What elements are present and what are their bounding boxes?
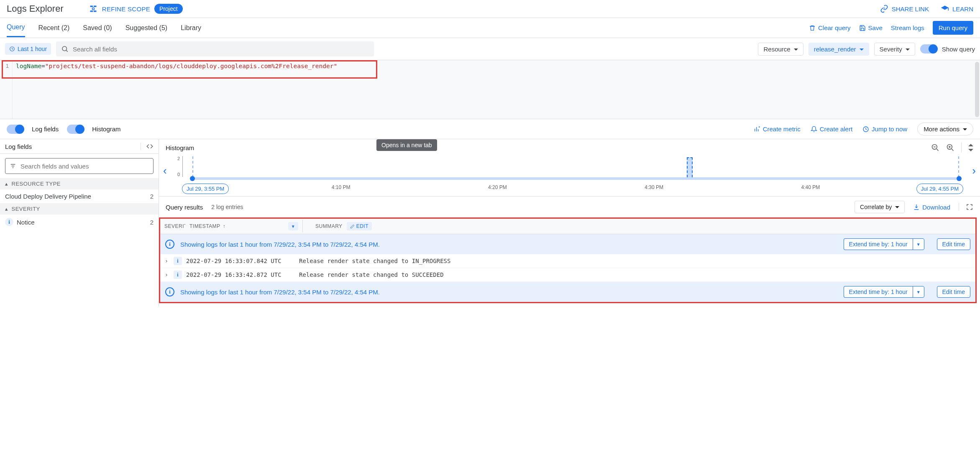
create-alert-button[interactable]: Create alert [811, 125, 852, 133]
resource-row-count: 2 [150, 193, 154, 200]
histogram-end-handle[interactable] [957, 176, 962, 181]
clear-query-button[interactable]: Clear query [809, 24, 851, 31]
show-query-toggle[interactable] [920, 44, 937, 54]
histogram-chart[interactable]: 20 ‹ › . 4:10 PM 4:20 PM 4:30 PM 4:40 PM… [159, 154, 980, 196]
severity-header-label: SEVERITY [12, 206, 40, 212]
extend-time-button[interactable]: Extend time by: 1 hour [844, 286, 913, 298]
learn-button[interactable]: LEARN [941, 5, 973, 13]
run-query-button[interactable]: Run query [933, 21, 973, 35]
extend-time-dropdown[interactable]: ▼ [913, 286, 924, 298]
jump-to-now-button[interactable]: Jump to now [862, 125, 907, 133]
logname-dropdown[interactable]: release_render [809, 43, 869, 56]
log-timestamp: 2022-07-29 16:33:07.842 UTC [186, 258, 295, 264]
info-icon: i [165, 240, 174, 249]
svg-point-2 [62, 46, 67, 51]
edit-time-button[interactable]: Edit time [937, 238, 970, 250]
time-range-chip[interactable]: Last 1 hour [5, 43, 51, 55]
expand-row-icon[interactable]: › [164, 271, 169, 278]
log-fields-toggle[interactable] [7, 125, 23, 134]
histogram-track[interactable] [192, 177, 959, 180]
resource-dropdown[interactable]: Resource [758, 43, 803, 56]
timestamp-options-icon[interactable]: ▼ [288, 222, 298, 230]
editor-scrollbar[interactable] [975, 62, 979, 117]
histogram-start-chip[interactable]: Jul 29, 3:55 PM [182, 184, 229, 194]
severity-dropdown[interactable]: Severity [874, 43, 915, 56]
query-editor[interactable]: 1 logName="projects/test-suspend-abandon… [0, 60, 980, 119]
histogram-start-handle[interactable] [190, 176, 195, 181]
histogram-prev-icon[interactable]: ‹ [163, 164, 167, 177]
fields-search-input[interactable] [20, 163, 149, 170]
stream-logs-button[interactable]: Stream logs [891, 24, 924, 31]
tab-query[interactable]: Query [7, 18, 25, 37]
mid-toolbar: Log fields Histogram Create metric Creat… [0, 119, 980, 139]
severity-row[interactable]: i Notice 2 [0, 215, 159, 230]
share-link-button[interactable]: SHARE LINK [880, 5, 929, 13]
edit-time-button[interactable]: Edit time [937, 286, 970, 298]
tab-saved[interactable]: Saved (0) [83, 19, 112, 37]
col-summary-label: SUMMARY [315, 223, 343, 229]
log-summary: Release render state changed to SUCCEEDE… [299, 271, 972, 278]
extend-time-dropdown[interactable]: ▼ [913, 238, 924, 250]
histogram-toggle[interactable] [67, 125, 84, 134]
tab-library[interactable]: Library [181, 19, 201, 37]
severity-badge: i [174, 257, 182, 265]
results-column-header: SEVERITY TIMESTAMP ↑ ▼ SUMMARY EDIT [160, 219, 975, 234]
search-fields-wrap[interactable] [56, 41, 374, 56]
expand-row-icon[interactable]: › [164, 258, 169, 264]
chevron-down-icon [860, 46, 864, 53]
filter-row: Last 1 hour Resource release_render Seve… [0, 38, 980, 60]
query-line[interactable]: logName="projects/test-suspend-abandon/l… [13, 60, 980, 72]
search-fields-input[interactable] [73, 46, 369, 53]
col-timestamp-label: TIMESTAMP [189, 223, 220, 229]
share-link-label: SHARE LINK [892, 5, 929, 13]
log-row[interactable]: › i 2022-07-29 16:33:07.842 UTC Release … [160, 254, 975, 268]
log-row[interactable]: › i 2022-07-29 16:33:42.872 UTC Release … [160, 268, 975, 282]
col-severity[interactable]: SEVERITY [160, 220, 185, 232]
info-icon: i [5, 218, 13, 226]
edit-summary-chip[interactable]: EDIT [347, 222, 372, 230]
severity-header[interactable]: ▴ SEVERITY [0, 203, 159, 215]
refine-scope[interactable]: REFINE SCOPE Project [89, 4, 183, 14]
resource-type-row[interactable]: Cloud Deploy Delivery Pipeline 2 [0, 189, 159, 203]
results-info-row-top: i Showing logs for last 1 hour from 7/29… [160, 234, 975, 254]
extend-time-button[interactable]: Extend time by: 1 hour [844, 238, 913, 250]
query-op: = [41, 63, 45, 69]
chevron-up-icon: ▴ [5, 181, 8, 187]
zoom-in-icon[interactable] [946, 143, 954, 152]
histogram-end-chip[interactable]: Jul 29, 4:55 PM [916, 184, 963, 194]
info-message: Showing logs for last 1 hour from 7/29/2… [180, 289, 380, 296]
more-actions-dropdown[interactable]: More actions [917, 123, 973, 135]
edit-label: EDIT [356, 223, 368, 229]
show-query-label: Show query [942, 46, 975, 53]
correlate-by-dropdown[interactable]: Correlate by [855, 201, 905, 213]
histogram-next-icon[interactable]: › [972, 164, 976, 177]
tab-suggested[interactable]: Suggested (5) [125, 19, 168, 37]
fullscreen-icon[interactable] [959, 203, 973, 211]
create-metric-button[interactable]: Create metric [754, 125, 801, 133]
save-button[interactable]: Save [859, 24, 883, 31]
refine-scope-label: REFINE SCOPE [102, 5, 150, 13]
col-timestamp[interactable]: TIMESTAMP ↑ ▼ [185, 219, 302, 234]
query-key: logName [16, 63, 41, 69]
resource-row-label: Cloud Deploy Delivery Pipeline [5, 193, 91, 200]
resource-type-label: RESOURCE TYPE [12, 181, 61, 187]
col-summary[interactable]: SUMMARY EDIT [311, 219, 975, 234]
query-results-header: Query results 2 log entries Correlate by… [159, 196, 980, 217]
tab-row: Query Recent (2) Saved (0) Suggested (5)… [0, 18, 980, 38]
zoom-out-icon[interactable] [931, 143, 939, 152]
resource-type-header[interactable]: ▴ RESOURCE TYPE [0, 178, 159, 189]
fields-search-wrap[interactable] [5, 158, 154, 174]
expand-up-icon[interactable] [968, 144, 973, 151]
learn-icon [941, 5, 949, 13]
filter-icon [10, 163, 16, 169]
tab-recent[interactable]: Recent (2) [38, 19, 70, 37]
panel-collapse-icon[interactable] [141, 143, 154, 150]
info-icon: i [165, 287, 174, 296]
severity-row-count: 2 [150, 219, 154, 226]
histogram-bar [687, 157, 693, 177]
trash-icon [809, 25, 816, 31]
download-button[interactable]: Download [913, 204, 950, 211]
clock-icon [862, 126, 869, 133]
scope-pill[interactable]: Project [154, 4, 183, 14]
top-bar: Logs Explorer REFINE SCOPE Project SHARE… [0, 0, 980, 18]
